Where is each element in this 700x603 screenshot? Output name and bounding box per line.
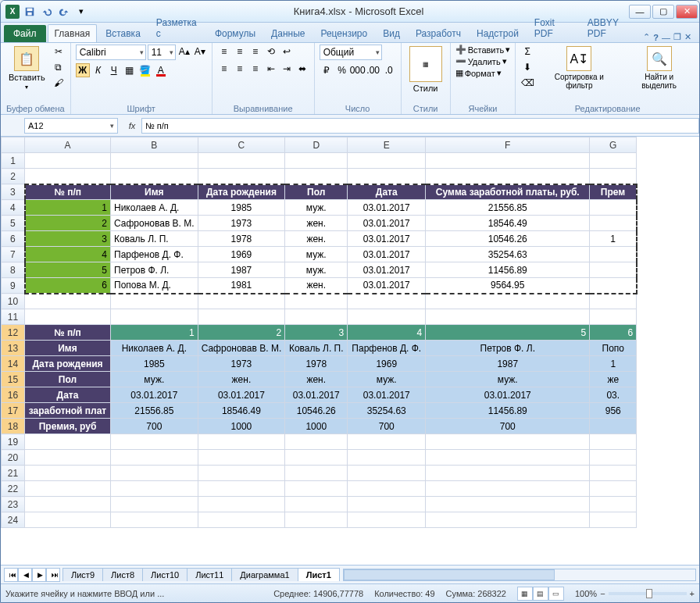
wrap-text-icon[interactable]: ↩ [280, 45, 294, 59]
cell[interactable]: 3 [25, 231, 111, 247]
cell[interactable]: 1 [590, 356, 637, 372]
cell[interactable]: Сумма заработной платы, руб. [426, 184, 590, 200]
cell[interactable] [285, 294, 348, 309]
align-middle-icon[interactable]: ≡ [233, 45, 247, 59]
merge-center-icon[interactable]: ⬌ [295, 62, 309, 76]
decrease-decimal-icon[interactable]: .0 [382, 63, 396, 77]
col-header[interactable]: B [111, 137, 198, 153]
row-header[interactable]: 9 [2, 278, 25, 294]
column-headers[interactable]: A B C D E F G [2, 137, 637, 153]
col-header[interactable]: F [426, 137, 590, 153]
delete-cells-button[interactable]: ➖ Удалить ▾ [455, 56, 511, 66]
cell[interactable]: 03.01.2017 [285, 387, 348, 403]
fill-color-icon[interactable]: 🪣 [138, 63, 152, 77]
cell[interactable] [348, 434, 426, 450]
cell[interactable]: 03.01.2017 [348, 278, 426, 294]
clear-icon[interactable]: ⌫ [520, 76, 534, 90]
cell[interactable]: 700 [348, 419, 426, 434]
cell[interactable]: муж. [111, 372, 198, 387]
cell[interactable]: 03.01.2017 [348, 247, 426, 262]
zoom-knob[interactable] [646, 589, 652, 598]
cell[interactable] [111, 512, 198, 528]
row-header[interactable]: 1 [2, 153, 25, 169]
cell[interactable]: 11456.89 [426, 403, 590, 419]
tab-file[interactable]: Файл [4, 25, 46, 42]
tab-addins[interactable]: Надстрой [470, 24, 526, 42]
cell[interactable] [348, 153, 426, 169]
shrink-font-icon[interactable]: A▾ [193, 45, 207, 59]
cell[interactable] [348, 481, 426, 497]
row-header[interactable]: 14 [2, 356, 25, 372]
cell[interactable] [590, 512, 637, 528]
cell[interactable]: 6 [590, 325, 637, 341]
cell[interactable]: 1978 [198, 231, 285, 247]
cell[interactable]: Пол [285, 184, 348, 200]
grow-font-icon[interactable]: A▴ [177, 45, 191, 59]
close-button[interactable]: ✕ [676, 5, 698, 19]
italic-button[interactable]: К [91, 63, 105, 77]
cell[interactable]: Попова М. Д. [111, 278, 198, 294]
tab-developer[interactable]: Разработч [409, 24, 468, 42]
cell[interactable] [198, 169, 285, 184]
cell[interactable]: № п/п [25, 184, 111, 200]
cell[interactable] [198, 153, 285, 169]
format-painter-icon[interactable]: 🖌 [52, 76, 66, 90]
cell[interactable]: 2 [198, 325, 285, 341]
cell[interactable] [25, 512, 111, 528]
col-header[interactable]: A [25, 137, 111, 153]
cell[interactable]: 21556.85 [426, 200, 590, 216]
cell[interactable] [590, 247, 637, 262]
cell[interactable]: 5 [25, 262, 111, 278]
cell[interactable]: Премия, руб [25, 419, 111, 434]
tab-formulas[interactable]: Формулы [208, 24, 262, 42]
cell[interactable]: 956 [590, 403, 637, 419]
row-header[interactable]: 12 [2, 325, 25, 341]
cell[interactable]: муж. [285, 262, 348, 278]
cell[interactable] [285, 481, 348, 497]
tab-prev-icon[interactable]: ◀ [18, 568, 32, 582]
cell[interactable]: Попо [590, 341, 637, 356]
worksheet-scroll[interactable]: A B C D E F G 123№ п/пИмяДата рожденияПо… [1, 137, 699, 565]
copy-icon[interactable]: ⧉ [52, 60, 66, 74]
cell[interactable]: Пол [25, 372, 111, 387]
cell[interactable]: муж. [285, 247, 348, 262]
cell[interactable] [285, 466, 348, 481]
cell[interactable] [590, 200, 637, 216]
save-icon[interactable] [23, 5, 37, 19]
cell[interactable] [285, 309, 348, 325]
cell[interactable]: Николаев А. Д. [111, 341, 198, 356]
format-cells-button[interactable]: ▦ Формат ▾ [455, 68, 511, 78]
name-box[interactable]: A12 [24, 118, 118, 134]
cell[interactable]: жен. [285, 278, 348, 294]
row-header[interactable]: 23 [2, 497, 25, 512]
cell-styles-button[interactable]: ▦Стили [406, 45, 445, 95]
row-header[interactable]: 8 [2, 262, 25, 278]
cell[interactable] [25, 309, 111, 325]
cell[interactable]: жен. [198, 372, 285, 387]
cell[interactable] [348, 512, 426, 528]
orientation-icon[interactable]: ⟲ [264, 45, 278, 59]
cell[interactable]: же [590, 372, 637, 387]
cell[interactable] [590, 309, 637, 325]
workbook-minimize-icon[interactable]: — [662, 33, 670, 42]
cell[interactable] [285, 434, 348, 450]
col-header[interactable]: E [348, 137, 426, 153]
cell[interactable]: 1000 [285, 419, 348, 434]
sheet-tab[interactable]: Лист9 [62, 568, 103, 581]
sort-filter-button[interactable]: A↧Сортировка и фильтр [538, 45, 620, 91]
row-header[interactable]: 24 [2, 512, 25, 528]
qat-dropdown-icon[interactable]: ▾ [74, 5, 88, 19]
maximize-button[interactable]: ▢ [652, 5, 674, 19]
cell[interactable] [25, 466, 111, 481]
cell[interactable]: 1987 [198, 262, 285, 278]
cell[interactable] [590, 278, 637, 294]
tab-last-icon[interactable]: ⏭ [46, 568, 60, 582]
align-top-icon[interactable]: ≡ [217, 45, 231, 59]
cell[interactable]: 03.01.2017 [348, 200, 426, 216]
view-pagebreak-icon[interactable]: ▭ [548, 587, 564, 601]
tab-insert[interactable]: Вставка [98, 24, 148, 42]
tab-foxit[interactable]: Foxit PDF [527, 13, 579, 42]
row-header[interactable]: 15 [2, 372, 25, 387]
cell[interactable] [25, 153, 111, 169]
select-all-corner[interactable] [2, 137, 25, 153]
